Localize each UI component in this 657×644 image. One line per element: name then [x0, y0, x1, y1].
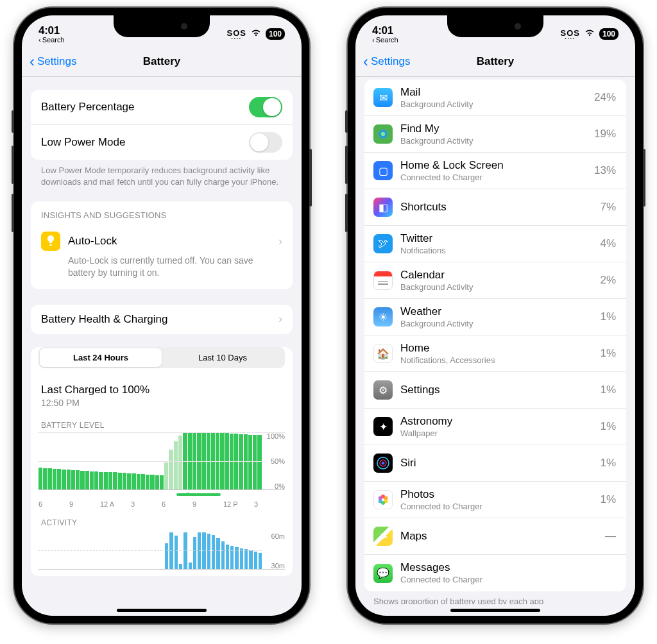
side-button[interactable] — [309, 149, 312, 207]
home-indicator[interactable] — [117, 609, 207, 612]
app-usage-row[interactable]: ◧Shortcuts7% — [364, 189, 626, 226]
app-detail-label: Background Activity — [400, 99, 586, 110]
back-to-search-hint[interactable]: ‹ Search — [38, 36, 65, 44]
app-name-label: Home — [400, 342, 592, 355]
app-usage-row[interactable]: 🏠HomeNotifications, Accessories1% — [364, 335, 626, 372]
astronomy-icon: ✦ — [373, 417, 393, 436]
status-time: 4:01 — [372, 24, 398, 37]
app-percentage: 1% — [600, 493, 616, 506]
weather-icon: ☀︎ — [373, 307, 393, 326]
activity-bar — [216, 538, 219, 569]
activity-chart — [38, 532, 285, 570]
auto-lock-title: Auto-Lock — [68, 235, 271, 248]
x-3b: 3 — [254, 500, 285, 508]
content-scroll[interactable]: Battery Percentage Low Power Mode Low Po… — [22, 77, 302, 604]
volume-up-button[interactable] — [12, 146, 14, 184]
content-scroll-right[interactable]: ✉︎MailBackground Activity24%Find MyBackg… — [355, 77, 635, 604]
app-name-label: Astronomy — [400, 415, 592, 428]
low-power-mode-row: Low Power Mode — [31, 125, 293, 160]
app-name-label: Twitter — [400, 232, 592, 245]
home-indicator[interactable] — [450, 609, 540, 612]
x-6: 6 — [38, 500, 69, 508]
app-usage-row[interactable]: Find MyBackground Activity19% — [364, 116, 626, 153]
app-usage-row[interactable]: ✦AstronomyWallpaper1% — [364, 409, 626, 445]
nav-back-button[interactable]: ‹ Settings — [30, 53, 76, 71]
app-percentage: 4% — [600, 237, 616, 250]
activity-bar — [179, 564, 182, 569]
side-button[interactable] — [643, 149, 645, 207]
app-usage-row[interactable]: CalendarBackground Activity2% — [364, 262, 626, 299]
x-12a: 12 A — [100, 500, 131, 508]
battery-bar — [104, 472, 108, 489]
chevron-right-icon: › — [278, 312, 282, 326]
nav-back-label: Settings — [37, 55, 76, 68]
volume-down-button[interactable] — [345, 194, 348, 232]
last-charged-time: 12:50 PM — [41, 398, 282, 408]
mute-switch[interactable] — [12, 110, 14, 133]
activity-bar — [230, 546, 234, 569]
battery-health-label: Battery Health & Charging — [41, 313, 278, 326]
app-usage-row[interactable]: ⚙︎Settings1% — [364, 372, 626, 409]
app-percentage: 24% — [594, 91, 616, 104]
battery-bar — [150, 475, 154, 489]
segment-10d[interactable]: Last 10 Days — [162, 348, 284, 367]
app-name-label: Home & Lock Screen — [400, 159, 586, 172]
nav-back-label: Settings — [371, 55, 410, 68]
app-name-label: Weather — [400, 305, 592, 318]
mute-switch[interactable] — [345, 110, 348, 133]
svg-point-8 — [379, 496, 382, 500]
battery-bar — [174, 441, 178, 489]
chevron-left-icon: ‹ — [363, 53, 368, 71]
app-usage-row[interactable]: ▢Home & Lock ScreenConnected to Charger1… — [364, 153, 626, 189]
app-name-label: Mail — [400, 86, 586, 99]
app-usage-row[interactable]: ☀︎WeatherBackground Activity1% — [364, 299, 626, 335]
app-detail-label: Wallpaper — [400, 428, 592, 439]
battery-bar — [94, 471, 98, 489]
activity-label: ACTIVITY — [31, 508, 293, 530]
battery-bar — [118, 473, 122, 489]
battery-bar — [141, 474, 145, 489]
x-12p: 12 P — [223, 500, 254, 508]
sos-indicator: SOS — [561, 29, 580, 37]
battery-bar — [90, 471, 94, 489]
back-to-search-hint[interactable]: ‹ Search — [372, 36, 398, 44]
battery-health-row[interactable]: Battery Health & Charging › — [31, 305, 293, 334]
segment-24h[interactable]: Last 24 Hours — [40, 348, 162, 367]
insights-group: INSIGHTS AND SUGGESTIONS Auto-Lock › Aut… — [31, 201, 293, 289]
maps-icon: ➤ — [373, 527, 393, 546]
y-axis-0: 0% — [267, 482, 285, 490]
activity-bar — [165, 543, 168, 569]
battery-health-group: Battery Health & Charging › — [31, 305, 293, 334]
battery-bar — [253, 435, 257, 489]
auto-lock-row[interactable]: Auto-Lock › — [31, 224, 293, 253]
battery-bar — [113, 472, 117, 489]
siri-icon — [373, 453, 393, 473]
x-6b: 6 — [162, 500, 192, 508]
volume-down-button[interactable] — [12, 194, 14, 232]
app-name-label: Shortcuts — [400, 201, 592, 214]
phone-frame-right: 4:01 ‹ Search SOS •••• 100 ‹ Se — [348, 8, 643, 623]
battery-percentage-toggle[interactable] — [249, 97, 282, 117]
charging-indicator: ⚡︎ — [46, 493, 277, 496]
app-usage-row[interactable]: Siri1% — [364, 445, 626, 482]
bolt-icon: ⚡︎ — [185, 490, 191, 498]
app-percentage: — — [605, 530, 616, 543]
activity-bar — [259, 553, 262, 569]
low-power-toggle[interactable] — [249, 132, 282, 153]
app-percentage: 13% — [594, 164, 616, 177]
battery-toggle-group: Battery Percentage Low Power Mode — [31, 90, 293, 160]
battery-bar — [127, 473, 131, 489]
volume-up-button[interactable] — [345, 146, 348, 184]
app-usage-row[interactable]: ✉︎MailBackground Activity24% — [364, 80, 626, 116]
app-usage-row[interactable]: 💬MessagesConnected to Charger — [364, 555, 626, 591]
back-hint-label: Search — [42, 36, 65, 44]
twitter-icon: 🕊 — [373, 234, 393, 253]
app-usage-row[interactable]: ➤Maps— — [364, 518, 626, 555]
x-9: 9 — [69, 500, 100, 508]
app-name-label: Calendar — [400, 269, 592, 282]
nav-back-button[interactable]: ‹ Settings — [363, 53, 410, 71]
app-usage-row[interactable]: PhotosConnected to Charger1% — [364, 482, 626, 518]
activity-bar — [240, 548, 243, 569]
app-usage-row[interactable]: 🕊TwitterNotifications4% — [364, 226, 626, 262]
y-axis-60m: 60m — [271, 532, 285, 540]
